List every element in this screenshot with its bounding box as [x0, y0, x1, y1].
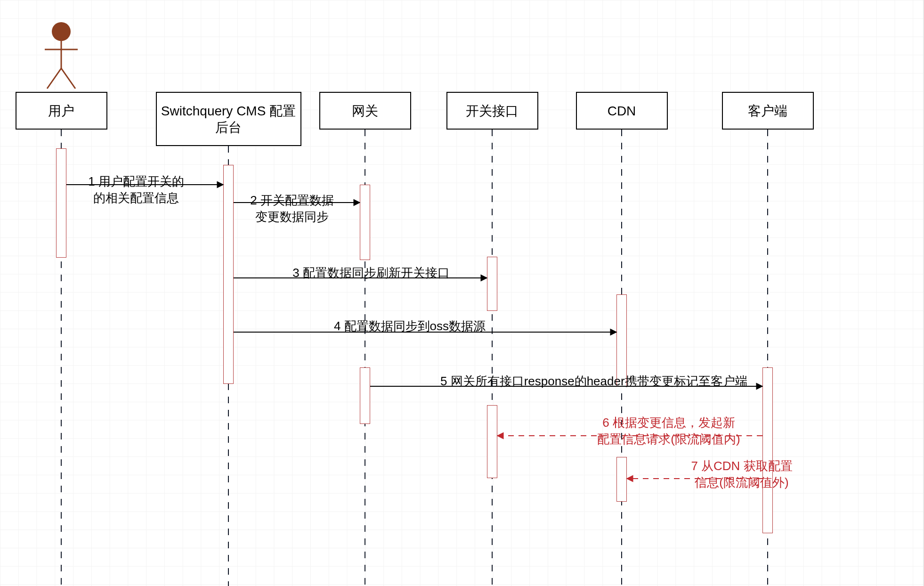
participant-client: 客户端: [722, 92, 814, 130]
participant-label: 网关: [352, 103, 378, 119]
message-label-m4: 4 配置数据同步到oss数据源: [287, 318, 532, 334]
participant-label: 用户: [48, 103, 74, 119]
participant-label: 客户端: [748, 103, 787, 119]
message-label-m2: 2 开关配置数据 变更数据同步: [170, 192, 414, 225]
activation-a_client: [762, 367, 773, 533]
message-label-m6: 6 根据变更信息，发起新 配置信息请求(限流阈值内): [546, 415, 791, 448]
message-label-m5: 5 网关所有接口response的header携带变更标记至客户端: [440, 373, 685, 390]
activation-a_cdn1: [616, 294, 627, 386]
actor-icon: [0, 0, 924, 586]
message-label-m3: 3 配置数据同步刷新开关接口: [249, 265, 494, 281]
message-label-m7: 7 从CDN 获取配置 信息(限流阈值外): [619, 458, 864, 491]
svg-line-3: [47, 68, 61, 89]
activation-a_gw2: [360, 367, 370, 424]
diagram-canvas: 用户Switchquery CMS 配置后台网关开关接口CDN客户端 1 用户配…: [0, 0, 924, 586]
activation-a_sw2: [487, 405, 497, 478]
lifelines-layer: [0, 0, 924, 586]
participant-label: 开关接口: [466, 103, 519, 119]
svg-line-4: [61, 68, 75, 89]
participant-cms: Switchquery CMS 配置后台: [156, 92, 301, 146]
svg-point-0: [52, 22, 71, 41]
participant-switch: 开关接口: [446, 92, 538, 130]
participant-cdn: CDN: [576, 92, 668, 130]
participant-label: CDN: [608, 103, 636, 119]
participant-label: Switchquery CMS 配置后台: [161, 103, 297, 136]
participant-user: 用户: [16, 92, 107, 130]
arrows-layer: [0, 0, 924, 586]
participant-gateway: 网关: [319, 92, 411, 130]
